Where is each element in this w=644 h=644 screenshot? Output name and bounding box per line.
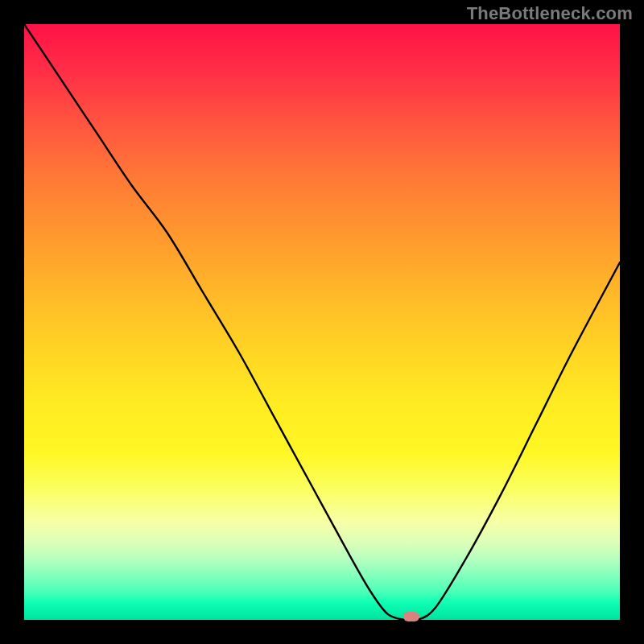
- bottleneck-curve: [24, 24, 620, 620]
- plot-area: [24, 24, 620, 620]
- watermark-text: TheBottleneck.com: [467, 3, 633, 24]
- optimum-marker: [403, 612, 419, 621]
- chart-frame: TheBottleneck.com: [0, 0, 644, 644]
